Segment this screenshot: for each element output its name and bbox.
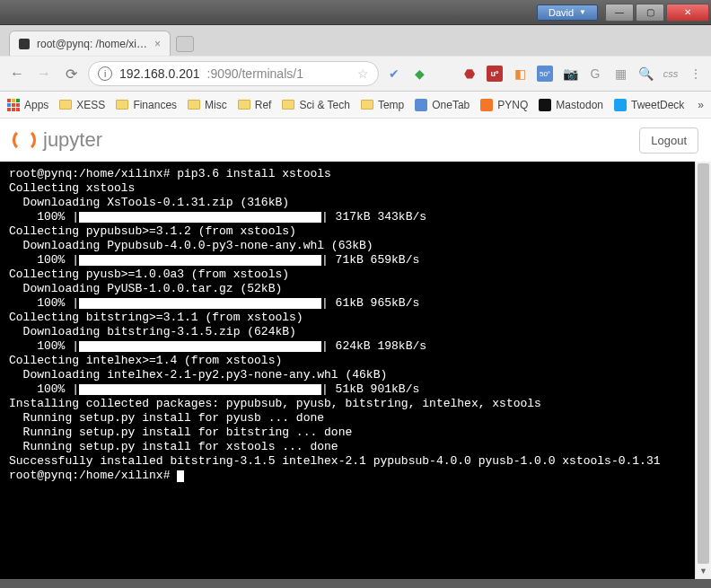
scrollbar-thumb[interactable] bbox=[698, 163, 709, 564]
window-close-button[interactable]: ✕ bbox=[666, 4, 709, 22]
apps-grid-icon bbox=[7, 99, 20, 111]
bookmark-label: Misc bbox=[205, 99, 227, 111]
extension-icon[interactable] bbox=[436, 66, 452, 82]
jupyter-logo-icon bbox=[13, 128, 36, 152]
extension-icon[interactable]: ⬣ bbox=[461, 66, 478, 82]
site-info-icon[interactable]: i bbox=[98, 66, 112, 81]
bookmark-label: Mastodon bbox=[556, 99, 603, 111]
browser-tabstrip: root@pynq: /home/xilinx × bbox=[0, 25, 711, 56]
apps-button[interactable]: Apps bbox=[7, 99, 48, 111]
terminal-output: root@pynq:/home/xilinx# pip3.6 install x… bbox=[9, 167, 702, 483]
bookmark-item[interactable]: Sci & Tech bbox=[282, 99, 349, 111]
link-icon bbox=[614, 99, 627, 111]
nav-reload-button[interactable]: ⟳ bbox=[61, 63, 81, 84]
jupyter-header: jupyter Logout bbox=[0, 118, 711, 162]
browser-toolbar: ← → ⟳ i 192.168.0.201:9090/terminals/1 ☆… bbox=[0, 56, 711, 92]
user-label: David bbox=[549, 7, 574, 18]
apps-label: Apps bbox=[24, 99, 48, 111]
bookmark-label: Temp bbox=[378, 99, 404, 111]
nav-forward-button[interactable]: → bbox=[34, 63, 54, 84]
extension-icon[interactable]: 50° bbox=[537, 66, 553, 82]
bookmark-label: XESS bbox=[76, 99, 105, 111]
extension-icon[interactable]: G bbox=[587, 66, 603, 82]
extension-icon[interactable]: ◧ bbox=[512, 66, 528, 82]
scroll-down-icon[interactable]: ▼ bbox=[698, 565, 708, 577]
address-bar[interactable]: i 192.168.0.201:9090/terminals/1 ☆ bbox=[88, 61, 379, 86]
bookmark-item[interactable]: OneTab bbox=[415, 99, 470, 111]
bookmark-label: Finances bbox=[133, 99, 177, 111]
extension-icon[interactable]: ◆ bbox=[411, 66, 427, 82]
terminal-pane[interactable]: root@pynq:/home/xilinx# pip3.6 install x… bbox=[0, 162, 711, 579]
extension-icon[interactable]: 📷 bbox=[562, 66, 578, 82]
bookmark-label: TweetDeck bbox=[631, 99, 684, 111]
bookmark-item[interactable]: Temp bbox=[361, 99, 404, 111]
window-border bbox=[0, 579, 711, 588]
link-icon bbox=[415, 99, 427, 111]
extension-icon[interactable]: css bbox=[663, 66, 679, 82]
browser-extensions: ✔ ◆ ⬣ uº ◧ 50° 📷 G ▦ 🔍 css ⋮ bbox=[386, 66, 704, 82]
chevron-down-icon: ▼ bbox=[579, 8, 586, 16]
url-path: :9090/terminals/1 bbox=[207, 66, 303, 81]
bookmark-item[interactable]: PYNQ bbox=[480, 99, 528, 111]
bookmarks-bar: Apps XESSFinancesMiscRefSci & TechTempOn… bbox=[0, 92, 711, 118]
bookmark-label: PYNQ bbox=[497, 99, 528, 111]
bookmarks-overflow-icon[interactable]: » bbox=[698, 99, 704, 111]
folder-icon bbox=[116, 100, 128, 110]
logout-button[interactable]: Logout bbox=[639, 127, 698, 154]
browser-tab[interactable]: root@pynq: /home/xilinx × bbox=[9, 31, 171, 56]
link-icon bbox=[480, 99, 493, 111]
tab-favicon-icon bbox=[19, 39, 30, 49]
bookmark-star-icon[interactable]: ☆ bbox=[357, 66, 369, 81]
bookmark-label: OneTab bbox=[432, 99, 470, 111]
folder-icon bbox=[361, 100, 373, 110]
jupyter-brand-text: jupyter bbox=[43, 128, 102, 152]
extension-icon[interactable]: ▦ bbox=[612, 66, 628, 82]
extension-icon[interactable]: uº bbox=[487, 66, 503, 82]
url-host: 192.168.0.201 bbox=[119, 66, 200, 81]
bookmark-label: Ref bbox=[255, 99, 272, 111]
bookmark-item[interactable]: TweetDeck bbox=[614, 99, 684, 111]
folder-icon bbox=[59, 100, 72, 110]
tab-title: root@pynq: /home/xilinx bbox=[37, 38, 147, 50]
extension-icon[interactable]: 🔍 bbox=[637, 66, 654, 82]
window-maximize-button[interactable]: ▢ bbox=[636, 4, 664, 22]
chrome-menu-icon[interactable]: ⋮ bbox=[688, 66, 704, 82]
window-minimize-button[interactable]: — bbox=[605, 4, 634, 22]
jupyter-brand[interactable]: jupyter bbox=[13, 128, 102, 152]
window-title-bar: David ▼ — ▢ ✕ bbox=[0, 0, 711, 25]
nav-back-button[interactable]: ← bbox=[7, 63, 27, 84]
tab-close-icon[interactable]: × bbox=[154, 38, 161, 50]
bookmark-item[interactable]: XESS bbox=[59, 99, 105, 111]
bookmark-item[interactable]: Finances bbox=[116, 99, 177, 111]
bookmark-item[interactable]: Mastodon bbox=[539, 99, 603, 111]
folder-icon bbox=[238, 100, 250, 110]
bookmark-item[interactable]: Ref bbox=[238, 99, 272, 111]
bookmark-label: Sci & Tech bbox=[299, 99, 349, 111]
windows-user-button[interactable]: David ▼ bbox=[537, 4, 598, 21]
new-tab-button[interactable] bbox=[176, 36, 194, 52]
folder-icon bbox=[188, 100, 200, 110]
folder-icon bbox=[282, 100, 294, 110]
link-icon bbox=[539, 99, 551, 111]
scrollbar-track[interactable]: ▲ ▼ bbox=[695, 162, 711, 579]
bookmark-item[interactable]: Misc bbox=[188, 99, 227, 111]
extension-icon[interactable]: ✔ bbox=[386, 66, 402, 82]
